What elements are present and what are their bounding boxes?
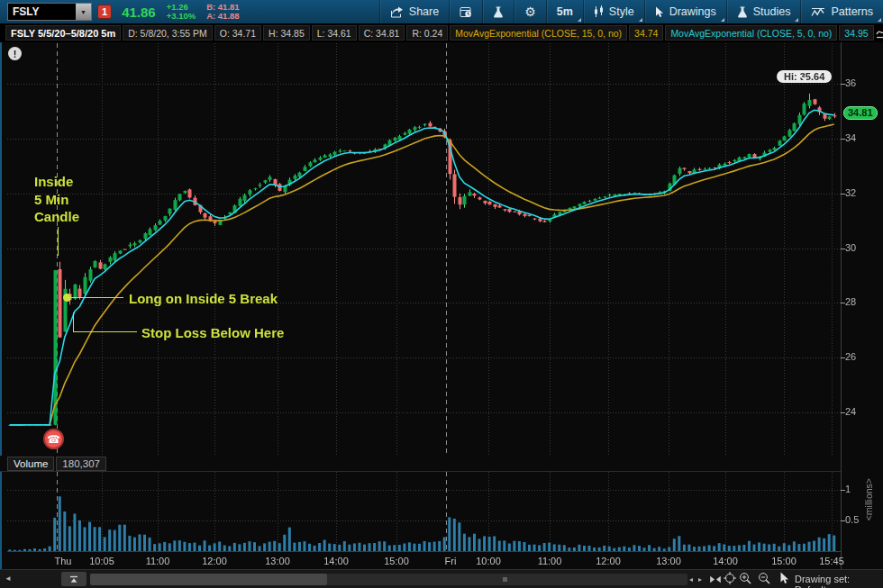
share-button[interactable]: Share xyxy=(379,0,449,23)
range-value: R: 0.24 xyxy=(406,25,448,41)
ema15-label-segment[interactable]: MovAvgExponential (CLOSE, 15, 0, no) xyxy=(450,25,627,41)
last-price: 41.86 xyxy=(122,5,156,20)
long-entry-dot[interactable] xyxy=(63,294,71,302)
time-axis-label: 15:45 xyxy=(819,556,844,566)
fit-width-icon xyxy=(709,572,722,588)
timeframe-label: 5m xyxy=(557,5,573,18)
symbol-dropdown-button[interactable]: ▼ xyxy=(76,4,91,20)
chart-mode-icon[interactable] xyxy=(876,23,883,42)
scroll-left-button[interactable]: ◂ xyxy=(689,575,693,583)
time-axis-label: 13:00 xyxy=(656,556,681,566)
time-axis-label: Thu xyxy=(55,556,72,566)
long-entry-label[interactable]: Long on Inside 5 Break xyxy=(129,290,278,308)
panel-expand-button[interactable] xyxy=(61,572,86,586)
bid-ask-stack: B: 41.81 A: 41.88 xyxy=(206,3,239,22)
inside-candle-line2: 5 Min xyxy=(34,191,79,209)
ema5-value: 34.95 xyxy=(839,25,873,41)
time-axis-label: 10:05 xyxy=(89,556,114,566)
chart-title: FSLY 5/5/20–5/8/20 5m xyxy=(5,25,121,41)
datetime-value: D: 5/8/20, 3:55 PM xyxy=(123,25,213,41)
symbol-input[interactable] xyxy=(8,4,76,20)
price-axis-label: 26 xyxy=(845,351,881,362)
price-axis-label: 34 xyxy=(845,132,881,143)
time-axis-label: 12:00 xyxy=(202,556,227,566)
pan-left-button[interactable]: ◄ xyxy=(5,574,12,583)
ema15-value: 34.74 xyxy=(629,25,663,41)
conference-call-icon[interactable]: ☎ xyxy=(43,429,64,449)
timeframe-button[interactable]: 5m xyxy=(546,0,583,23)
symbol-combo[interactable]: ▼ xyxy=(7,3,92,21)
time-axis-label: 10:00 xyxy=(476,556,501,566)
time-axis-label: Fri xyxy=(445,556,457,566)
change-stack: +1.26 +3.10% xyxy=(167,3,196,22)
zoom-in-button[interactable] xyxy=(738,573,752,586)
price-axis-label: 28 xyxy=(845,296,881,307)
time-axis-label: 12:00 xyxy=(596,556,621,566)
high-value: H: 34.85 xyxy=(263,25,310,41)
time-axis-label: 11:00 xyxy=(146,556,170,566)
patterns-button[interactable]: Patterns xyxy=(800,0,883,23)
style-label: Style xyxy=(609,5,634,18)
crosshair-icon xyxy=(724,572,736,588)
studies-flask-icon xyxy=(737,6,748,18)
time-axis-label: 11:00 xyxy=(538,556,562,566)
time-axis-label: 15:00 xyxy=(384,556,409,566)
scrollbar-track[interactable] xyxy=(90,574,687,585)
gear-icon: ⚙ xyxy=(524,5,536,19)
quick-study-button[interactable] xyxy=(482,0,514,23)
inside-candle-annotation[interactable]: Inside 5 Min Candle xyxy=(34,173,79,226)
ask-value: A: 41.88 xyxy=(206,12,239,22)
inside-candle-line3: Candle xyxy=(34,208,79,226)
drawings-button[interactable]: Drawings xyxy=(644,0,726,23)
style-button[interactable]: Style xyxy=(583,0,644,23)
open-value: O: 34.71 xyxy=(214,25,261,41)
share-label: Share xyxy=(409,5,439,18)
time-axis-label: 14:00 xyxy=(323,556,349,566)
bottom-scrollbar: ◄ ◂ ▸ xyxy=(0,569,883,588)
price-axis-label: 30 xyxy=(845,242,881,253)
low-value: L: 34.61 xyxy=(312,25,357,41)
time-axis-label: 15:00 xyxy=(771,556,797,566)
volume-label[interactable]: Volume xyxy=(7,457,54,471)
toolbar-buttons: Share ⚙ 5m Style xyxy=(379,0,883,23)
panel-expand-icon xyxy=(69,571,78,587)
cursor-tool-button[interactable] xyxy=(777,573,791,586)
ema5-label-segment[interactable]: MovAvgExponential (CLOSE, 5, 0, no) xyxy=(665,25,837,41)
candlestick-style-icon xyxy=(594,5,604,18)
info-icon[interactable]: ! xyxy=(8,47,22,60)
patterns-label: Patterns xyxy=(831,5,873,18)
stop-loss-label[interactable]: Stop Loss Below Here xyxy=(141,324,284,342)
cursor-tool-icon xyxy=(779,572,789,588)
time-axis-label: 14:00 xyxy=(713,556,738,566)
time-axis-label: 13:00 xyxy=(265,556,290,566)
window-left-edge xyxy=(0,42,2,569)
zoom-in-icon xyxy=(739,572,751,588)
price-axis-label: 32 xyxy=(845,187,881,198)
zoom-out-button[interactable] xyxy=(757,573,771,586)
cursor-icon xyxy=(655,6,664,18)
calendar-button[interactable] xyxy=(449,0,482,23)
zoom-out-icon xyxy=(758,572,770,588)
close-value: C: 34.81 xyxy=(359,25,405,41)
drawing-set-selector[interactable]: Drawing set: Default xyxy=(795,574,883,588)
volume-axis-label: 0.5 xyxy=(845,514,859,525)
fit-width-button[interactable] xyxy=(708,573,723,586)
drawings-label: Drawings xyxy=(669,5,716,18)
price-axis-label: 24 xyxy=(845,406,881,417)
studies-button[interactable]: Studies xyxy=(726,0,801,23)
inside-candle-line1: Inside xyxy=(34,173,79,191)
chart-toolbar: ▼ 1 41.86 +1.26 +3.10% B: 41.81 A: 41.88… xyxy=(0,0,883,24)
alerts-badge[interactable]: 1 xyxy=(97,5,112,19)
scroll-right-button[interactable]: ▸ xyxy=(698,575,702,583)
chart-status-bar: FSLY 5/5/20–5/8/20 5m D: 5/8/20, 3:55 PM… xyxy=(0,23,883,42)
price-axis-label: 36 xyxy=(845,77,881,88)
scrollbar-thumb[interactable] xyxy=(90,574,327,585)
studies-label: Studies xyxy=(753,5,791,18)
share-icon xyxy=(390,6,404,18)
change-percent: +3.10% xyxy=(167,12,196,22)
flask-icon xyxy=(493,6,504,18)
settings-button[interactable]: ⚙ xyxy=(514,0,546,23)
crosshair-button[interactable] xyxy=(723,573,737,586)
volume-value: 180,307 xyxy=(56,457,106,471)
patterns-icon xyxy=(811,6,825,17)
